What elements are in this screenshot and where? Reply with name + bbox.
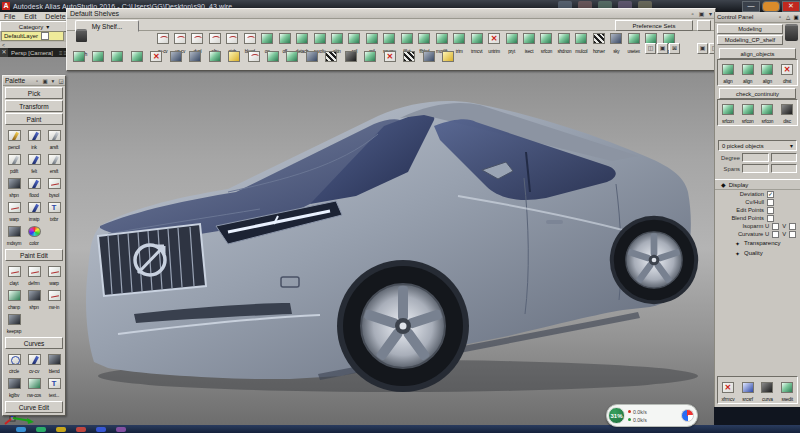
- tab-curve-edit[interactable]: Curve Edit: [5, 401, 63, 413]
- shelf-tool-button[interactable]: [402, 48, 417, 66]
- palette-tool-button[interactable]: imstp: [24, 198, 44, 222]
- shelf-tool-button[interactable]: pryt: [505, 30, 518, 54]
- field-input[interactable]: [771, 153, 798, 162]
- layer-visibility-checkbox[interactable]: [41, 32, 49, 40]
- palette-tool-button[interactable]: kglbv: [4, 374, 24, 398]
- taskbar-app-icon[interactable]: [76, 427, 86, 432]
- shelves-restore-icon[interactable]: ▣: [697, 10, 706, 17]
- shelves-collapse-icon[interactable]: ▫: [688, 11, 697, 17]
- taskbar-app-icon[interactable]: [116, 427, 126, 432]
- shelf-tool-button[interactable]: [266, 48, 281, 66]
- shelf-tool-button[interactable]: [227, 48, 242, 66]
- u-checkbox[interactable]: [772, 231, 779, 238]
- shelf-tool-button[interactable]: [285, 48, 300, 66]
- cp-tool-button[interactable]: xfrmcv: [719, 379, 736, 402]
- palette-menu-icon[interactable]: ▾: [49, 78, 57, 84]
- cp-tool-button[interactable]: srfcon: [719, 101, 736, 124]
- shelf-tool-button[interactable]: [324, 48, 339, 66]
- close-button[interactable]: ✕: [782, 1, 800, 12]
- palette-tool-button[interactable]: ink: [24, 126, 44, 150]
- palette-tool-button[interactable]: flood: [24, 174, 44, 198]
- tab-transform[interactable]: Transform: [5, 100, 63, 112]
- taskbar-app-icon[interactable]: [56, 427, 66, 432]
- palette-tool-button[interactable]: mdsym: [4, 222, 24, 246]
- shelf-tool-button[interactable]: trmcvt: [470, 30, 483, 54]
- tab-align-objects[interactable]: align_objects: [719, 48, 796, 59]
- tab-pick[interactable]: Pick: [5, 87, 63, 99]
- shelf-tool-button[interactable]: mulcol: [575, 30, 588, 54]
- display-option-checkbox[interactable]: [767, 199, 774, 206]
- shelf-tool-button[interactable]: horver: [592, 30, 605, 54]
- cp-tool-button[interactable]: srcsrf: [739, 379, 756, 402]
- cp-tool-button[interactable]: srfcon: [759, 101, 776, 124]
- palette-tool-button[interactable]: keepsp: [4, 310, 24, 334]
- network-monitor-widget[interactable]: 31% 0.0k/s 0.0k/s: [606, 404, 698, 427]
- taskbar-app-icon[interactable]: [96, 427, 106, 432]
- shelf-tool-button[interactable]: [382, 48, 397, 66]
- menu-item[interactable]: Edit: [24, 13, 36, 20]
- cp-pin-icon[interactable]: ▫: [776, 14, 784, 20]
- cp-mode-dropdown[interactable]: Modeling: [717, 24, 783, 34]
- menu-item[interactable]: Delete: [45, 13, 65, 20]
- tab-paint[interactable]: Paint: [5, 113, 63, 125]
- palette-tool-button[interactable]: txtbr: [44, 198, 64, 222]
- maximize-button[interactable]: [762, 1, 780, 12]
- palette-tool-button[interactable]: shpn: [24, 286, 44, 310]
- palette-tool-button[interactable]: shpn: [4, 174, 24, 198]
- palette-tool-button[interactable]: bysol: [44, 174, 64, 198]
- cp-tool-button[interactable]: curva: [759, 379, 776, 402]
- palette-tool-button[interactable]: nw-in: [44, 286, 64, 310]
- shelf-tool-button[interactable]: untrim: [488, 30, 501, 54]
- shelf-view-button[interactable]: ⊠: [669, 43, 680, 54]
- shelf-tool-button[interactable]: [71, 48, 86, 66]
- cp-close-icon[interactable]: ▣: [792, 14, 800, 20]
- display-option-checkbox[interactable]: [767, 191, 774, 198]
- shelf-view-button[interactable]: ▣: [657, 43, 668, 54]
- tab-paint-edit[interactable]: Paint Edit: [5, 249, 63, 261]
- cp-trash-icon[interactable]: [785, 24, 798, 41]
- shelf-tool-button[interactable]: [149, 48, 164, 66]
- shelf-tool-button[interactable]: [441, 48, 456, 66]
- preference-stub-button[interactable]: [697, 20, 711, 31]
- shelf-tool-button[interactable]: [207, 48, 222, 66]
- shelf-tool-button[interactable]: [168, 48, 183, 66]
- shelf-tool-button[interactable]: usetex: [627, 30, 640, 54]
- palette-titlebar[interactable]: Palette ▫ ▣ ▾ ◲: [3, 76, 65, 86]
- shelf-tool-button[interactable]: srfcon: [540, 30, 553, 54]
- shelf-tool-button[interactable]: [343, 48, 358, 66]
- palette-tool-button[interactable]: arsft: [44, 126, 64, 150]
- u-checkbox[interactable]: [772, 223, 779, 230]
- shelf-tool-button[interactable]: shdnon: [557, 30, 570, 54]
- taskbar-app-icon[interactable]: [36, 427, 46, 432]
- shelf-tool-button[interactable]: [304, 48, 319, 66]
- cp-shelf-dropdown[interactable]: Modeling_CP_shelf: [717, 35, 783, 45]
- tab-check-continuity[interactable]: check_continuity: [719, 88, 796, 99]
- cp-tool-button[interactable]: disc: [779, 101, 796, 124]
- cp-tool-button[interactable]: dhst: [779, 61, 796, 84]
- viewport-close-icon[interactable]: ✕: [0, 48, 8, 57]
- palette-restore-icon[interactable]: ▣: [41, 78, 49, 84]
- palette-tool-button[interactable]: text...: [44, 374, 64, 398]
- palette-tool-button[interactable]: pencil: [4, 126, 24, 150]
- shelf-tool-button[interactable]: [421, 48, 436, 66]
- shelf-tool-button[interactable]: [188, 48, 203, 66]
- shelf-tool-button[interactable]: [129, 48, 144, 66]
- shelf-tool-button[interactable]: [90, 48, 105, 66]
- shelf-tool-button[interactable]: isect: [523, 30, 536, 54]
- display-group-row[interactable]: ✦ Quality: [715, 248, 800, 258]
- display-group-row[interactable]: ✦ Transparency: [715, 238, 800, 248]
- menu-item[interactable]: File: [4, 13, 15, 20]
- palette-tool-button[interactable]: circle: [4, 350, 24, 374]
- palette-pin-icon[interactable]: ▫: [33, 78, 41, 84]
- palette-tool-button[interactable]: chanp: [4, 286, 24, 310]
- shelf-tool-button[interactable]: sky: [610, 30, 623, 54]
- palette-tool-button[interactable]: felt: [24, 150, 44, 174]
- palette-tool-button[interactable]: warp: [4, 198, 24, 222]
- display-option-checkbox[interactable]: [767, 207, 774, 214]
- palette-tool-button[interactable]: clayt: [4, 262, 24, 286]
- shelf-tool-button[interactable]: [246, 48, 261, 66]
- palette-tool-button[interactable]: ersft: [44, 150, 64, 174]
- taskbar-app-icon[interactable]: [16, 427, 26, 432]
- palette-tool-button[interactable]: warp: [44, 262, 64, 286]
- palette-tool-button[interactable]: blend: [44, 350, 64, 374]
